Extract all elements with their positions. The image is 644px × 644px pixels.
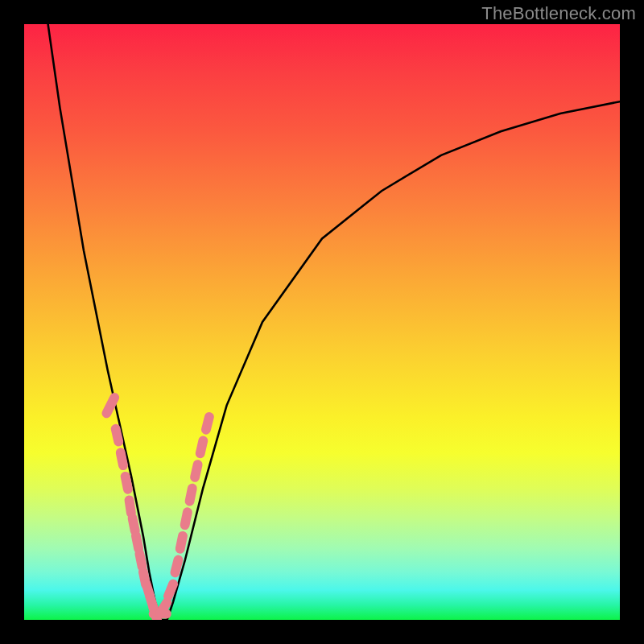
- marker-bead: [190, 489, 192, 502]
- marker-bead: [133, 518, 135, 531]
- marker-bead: [139, 554, 142, 567]
- bottleneck-curve: [48, 24, 620, 620]
- marker-bead: [153, 608, 157, 620]
- marker-bead: [136, 536, 138, 549]
- marker-bead: [168, 584, 173, 596]
- marker-bead: [200, 440, 204, 453]
- marker-bead: [206, 417, 209, 430]
- marker-bead: [150, 596, 154, 609]
- marker-bead: [185, 512, 188, 525]
- curve-svg: [24, 24, 620, 620]
- plot-area: [24, 24, 620, 620]
- marker-bead: [147, 584, 151, 597]
- marker-bead: [121, 452, 123, 465]
- marker-bead: [143, 572, 146, 584]
- marker-bead: [126, 477, 128, 489]
- marker-bead: [195, 464, 198, 477]
- watermark-label: TheBottleneck.com: [481, 3, 636, 24]
- marker-bead: [175, 559, 178, 572]
- marker-group: [106, 398, 209, 620]
- chart-stage: TheBottleneck.com: [0, 0, 644, 644]
- marker-bead: [116, 429, 119, 442]
- marker-bead: [180, 536, 183, 549]
- marker-bead: [130, 500, 131, 513]
- marker-bead: [160, 602, 167, 613]
- marker-bead: [106, 398, 114, 414]
